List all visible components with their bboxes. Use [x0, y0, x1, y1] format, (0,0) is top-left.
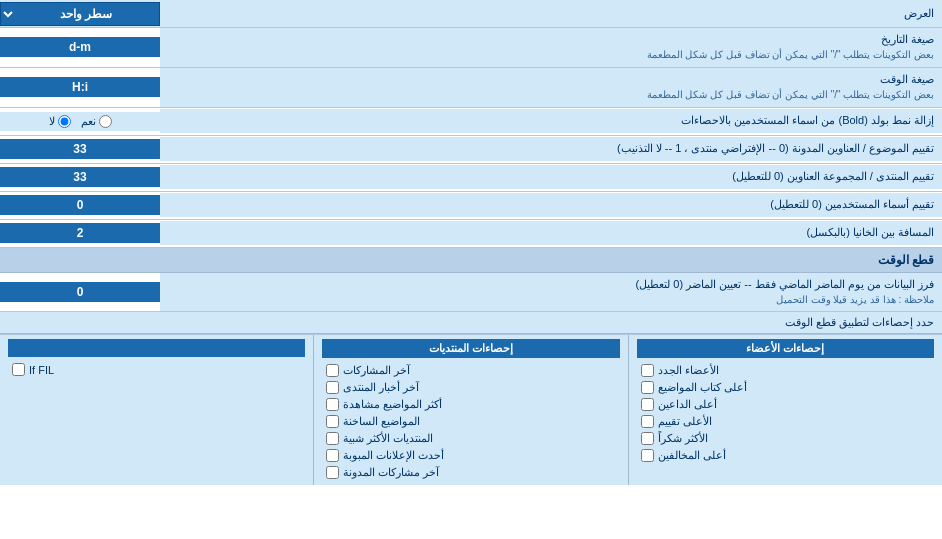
space-between-input[interactable] [0, 223, 160, 243]
date-format-row: صيغة التاريخ بعض التكوينات يتطلب "/" الت… [0, 28, 942, 68]
checkbox-top-violators: أعلى المخالفين [637, 447, 934, 464]
top-rated-checkbox[interactable] [641, 415, 654, 428]
cutoff-days-field[interactable] [6, 285, 154, 299]
topic-limit-row: تقييم الموضوع / العناوين المدونة (0 -- ا… [0, 136, 942, 164]
checkbox-top-inviters: أعلى الداعين [637, 396, 934, 413]
checkbox-latest-posts: آخر المشاركات [322, 362, 619, 379]
time-format-label: صيغة الوقت بعض التكوينات يتطلب "/" التي … [160, 68, 942, 107]
date-format-input[interactable] [0, 37, 160, 57]
latest-blog-posts-checkbox[interactable] [326, 466, 339, 479]
forum-limit-field[interactable] [6, 170, 154, 184]
cutoff-days-input[interactable] [0, 282, 160, 302]
bold-remove-radios: نعم لا [0, 112, 160, 131]
time-format-field[interactable] [6, 80, 154, 94]
forum-limit-input[interactable] [0, 167, 160, 187]
topic-limit-field[interactable] [6, 142, 154, 156]
checkbox-latest-blog-posts: آخر مشاركات المدونة [322, 464, 619, 481]
topic-limit-input[interactable] [0, 139, 160, 159]
cutoff-days-label: فرز البيانات من يوم الماضر الماضي فقط --… [160, 273, 942, 312]
most-thankful-checkbox[interactable] [641, 432, 654, 445]
latest-posts-checkbox[interactable] [326, 364, 339, 377]
bold-remove-no-label: لا [49, 115, 71, 128]
bold-remove-yes-radio[interactable] [99, 115, 112, 128]
col-extra-header [8, 339, 305, 357]
display-select[interactable]: سطر واحد [0, 2, 160, 26]
time-format-row: صيغة الوقت بعض التكوينات يتطلب "/" التي … [0, 68, 942, 108]
checkbox-latest-forum-news: آخر أخبار المنتدى [322, 379, 619, 396]
bottom-content: إحصاءات الأعضاء الأعضاء الجدد أعلى كتاب … [0, 335, 942, 485]
checkbox-most-similar-forums: المنتديات الأكثر شبية [322, 430, 619, 447]
bold-remove-row: إزالة نمط بولد (Bold) من اسماء المستخدمي… [0, 108, 942, 136]
col-extra-stats: If FIL [0, 335, 313, 485]
cutoff-section-header: قطع الوقت [0, 248, 942, 273]
forum-limit-label: تقييم المنتدى / المجموعة العناوين (0 للت… [160, 165, 942, 188]
forum-limit-row: تقييم المنتدى / المجموعة العناوين (0 للت… [0, 164, 942, 192]
hot-topics-checkbox[interactable] [326, 415, 339, 428]
display-label: العرض [160, 3, 942, 24]
latest-classified-ads-checkbox[interactable] [326, 449, 339, 462]
checkbox-top-topic-writers: أعلى كتاب المواضيع [637, 379, 934, 396]
bold-remove-no-radio[interactable] [58, 115, 71, 128]
checkbox-top-rated: الأعلى تقييم [637, 413, 934, 430]
col-members-stats: إحصاءات الأعضاء الأعضاء الجدد أعلى كتاب … [628, 335, 942, 485]
users-limit-label: تقييم أسماء المستخدمين (0 للتعطيل) [160, 193, 942, 216]
space-between-label: المسافة بين الخانيا (بالبكسل) [160, 221, 942, 244]
checkbox-hot-topics: المواضيع الساخنة [322, 413, 619, 430]
display-row: العرض سطر واحد [0, 0, 942, 28]
users-limit-field[interactable] [6, 198, 154, 212]
col-forum-stats: إحصاءات المنتديات آخر المشاركات آخر أخبا… [313, 335, 627, 485]
most-viewed-topics-checkbox[interactable] [326, 398, 339, 411]
users-limit-input[interactable] [0, 195, 160, 215]
checkbox-most-thankful: الأكثر شكراً [637, 430, 934, 447]
date-format-label: صيغة التاريخ بعض التكوينات يتطلب "/" الت… [160, 28, 942, 67]
checkbox-latest-classified-ads: أحدث الإعلانات المبوبة [322, 447, 619, 464]
col-forum-header: إحصاءات المنتديات [322, 339, 619, 358]
time-format-input[interactable] [0, 77, 160, 97]
cutoff-days-row: فرز البيانات من يوم الماضر الماضي فقط --… [0, 273, 942, 313]
latest-forum-news-checkbox[interactable] [326, 381, 339, 394]
checkbox-most-viewed-topics: أكثر المواضيع مشاهدة [322, 396, 619, 413]
space-between-row: المسافة بين الخانيا (بالبكسل) [0, 220, 942, 248]
checkbox-new-members: الأعضاء الجدد [637, 362, 934, 379]
new-members-checkbox[interactable] [641, 364, 654, 377]
top-topic-writers-checkbox[interactable] [641, 381, 654, 394]
top-inviters-checkbox[interactable] [641, 398, 654, 411]
limit-row: حدد إحصاءات لتطبيق قطع الوقت [0, 312, 942, 334]
col-members-header: إحصاءات الأعضاء [637, 339, 934, 358]
most-similar-forums-checkbox[interactable] [326, 432, 339, 445]
users-limit-row: تقييم أسماء المستخدمين (0 للتعطيل) [0, 192, 942, 220]
bottom-section: إحصاءات الأعضاء الأعضاء الجدد أعلى كتاب … [0, 334, 942, 485]
topic-limit-label: تقييم الموضوع / العناوين المدونة (0 -- ا… [160, 137, 942, 160]
top-violators-checkbox[interactable] [641, 449, 654, 462]
space-between-field[interactable] [6, 226, 154, 240]
bold-remove-label: إزالة نمط بولد (Bold) من اسماء المستخدمي… [160, 109, 942, 132]
if-fil-checkbox[interactable] [12, 363, 25, 376]
bold-remove-yes-label: نعم [81, 115, 112, 128]
display-select-wrapper[interactable]: سطر واحد [0, 2, 160, 26]
date-format-field[interactable] [6, 40, 154, 54]
checkbox-if-fil: If FIL [8, 361, 305, 378]
